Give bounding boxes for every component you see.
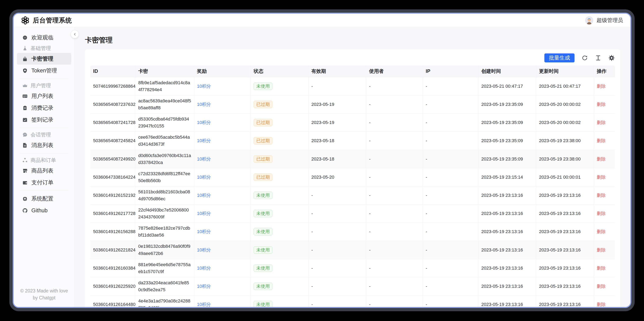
cell-reward: 10积分	[194, 186, 251, 205]
delete-link[interactable]: 删除	[597, 229, 606, 234]
cell-key: 881e96e45ee6d5e78755aeb1c5707c9f	[135, 259, 194, 277]
table-row-3: 50365654087245824cee676ed05acabc5b544ad3…	[90, 132, 615, 150]
sidebar-collapse-button[interactable]	[71, 30, 79, 38]
sidebar-item-6[interactable]: 用户列表	[17, 90, 71, 102]
cell-status: 已过期	[251, 150, 308, 168]
cell-key: d0d60cfa3e09760b43c11ad3378420ca	[135, 150, 194, 168]
reward-link[interactable]: 10积分	[197, 247, 211, 252]
delete-link[interactable]: 删除	[597, 211, 606, 216]
column-header-4: 有效期	[308, 66, 366, 77]
reward-link[interactable]: 10积分	[197, 229, 211, 234]
cell-key: da233a204eaca6041fe850c9d5e2ea75	[135, 277, 194, 295]
reward-link[interactable]: 10积分	[197, 302, 211, 307]
cell-user: -	[366, 205, 423, 223]
batch-generate-button[interactable]: 批量生成	[544, 54, 574, 62]
delete-link[interactable]: 删除	[597, 156, 606, 162]
settings-icon[interactable]	[608, 55, 615, 61]
sidebar-label: 用户管理	[30, 82, 51, 89]
table-header: ID卡密奖励状态有效期使用者IP创建时间更新时间操作	[90, 66, 615, 77]
status-badge: 已过期	[254, 101, 272, 108]
delete-link[interactable]: 删除	[597, 284, 606, 289]
sidebar-item-7[interactable]: 消费记录	[17, 102, 71, 114]
cell-key: cee676ed05acabc5b544ad3414d3673f	[135, 132, 194, 150]
table-row-0: 507461999672688648fb9e1af5adedacd914c8a4…	[90, 77, 615, 95]
cell-created: 2023-05-19 23:13:16	[478, 295, 536, 307]
cell-reward: 10积分	[194, 223, 251, 241]
delete-link[interactable]: 删除	[597, 120, 606, 125]
cell-key: 22cf4d493bc7e520068002434376009f	[135, 205, 194, 223]
cell-actions: 删除	[594, 150, 615, 168]
cell-user: -	[366, 77, 423, 95]
cell-actions: 删除	[594, 205, 615, 223]
delete-link[interactable]: 删除	[597, 193, 606, 198]
cell-valid: -	[308, 259, 366, 277]
cell-key: 4e4e3a1ad790a08c24288ff05a6409be	[135, 295, 194, 307]
delete-link[interactable]: 删除	[597, 302, 606, 307]
cell-id: 50365654087245824	[90, 132, 135, 150]
refresh-icon[interactable]	[582, 55, 588, 61]
cell-actions: 删除	[594, 186, 615, 205]
column-header-0: ID	[90, 66, 135, 77]
sidebar-divider	[20, 128, 68, 128]
status-badge: 已过期	[254, 155, 272, 163]
sitemap-icon	[22, 157, 28, 163]
table-row-9: 503601491262218240e198132cdb8476a90f0f94…	[90, 241, 615, 259]
cell-valid: -	[308, 77, 366, 95]
reward-link[interactable]: 10积分	[197, 175, 211, 180]
status-badge: 未使用	[254, 246, 272, 254]
delete-link[interactable]: 删除	[597, 175, 606, 180]
cell-id: 50360149126160384	[90, 259, 135, 277]
sidebar-label: 欢迎观临	[31, 34, 54, 41]
delete-link[interactable]: 删除	[597, 138, 606, 143]
cell-ip: -	[423, 241, 478, 259]
cell-key: 0e198132cdb8476a90f0f949aee672b6	[135, 241, 194, 259]
sidebar-nav: 欢迎观临基础管理卡密管理Token管理用户管理用户列表消费记录签到记录会话管理消…	[14, 32, 74, 284]
cell-ip: -	[423, 205, 478, 223]
reward-link[interactable]: 10积分	[197, 265, 211, 271]
desktop-background: 后台管理系统 超级管理员 欢迎观临基础管理卡密管理Token管理用户管理用户列表…	[0, 0, 644, 321]
cell-created: 2023-05-19 23:13:16	[478, 186, 536, 205]
reward-link[interactable]: 10积分	[197, 156, 211, 162]
sidebar-item-11[interactable]: 消息列表	[17, 139, 71, 151]
cell-user: -	[366, 114, 423, 132]
column-header-2: 奖励	[194, 66, 251, 77]
reward-link[interactable]: 10积分	[197, 193, 211, 198]
cell-id: 50360149126217728	[90, 205, 135, 223]
reward-link[interactable]: 10积分	[197, 211, 211, 216]
status-badge: 未使用	[254, 283, 272, 290]
shield-icon	[22, 68, 28, 73]
cell-valid: -	[308, 205, 366, 223]
reward-link[interactable]: 10积分	[197, 120, 211, 125]
page-title: 卡密管理	[85, 36, 620, 45]
sidebar-item-14[interactable]: 商品列表	[17, 165, 71, 177]
cell-updated: 2023-05-19 23:13:16	[536, 295, 594, 307]
sidebar-item-2[interactable]: 卡密管理	[17, 53, 71, 65]
sidebar-item-15[interactable]: 支付订单	[17, 177, 71, 188]
cell-id: 50365654087237632	[90, 95, 135, 114]
delete-link[interactable]: 删除	[597, 265, 606, 271]
cell-ip: -	[423, 132, 478, 150]
cell-created: 2023-05-19 23:13:16	[478, 223, 536, 241]
status-badge: 未使用	[254, 210, 272, 217]
cell-actions: 删除	[594, 95, 615, 114]
cell-user: -	[366, 168, 423, 186]
reward-link[interactable]: 10积分	[197, 284, 211, 289]
table-row-6: 5036014912615219256101bcdd8b21603cba084d…	[90, 186, 615, 205]
reward-link[interactable]: 10积分	[197, 84, 211, 89]
sidebar-item-18[interactable]: Github	[17, 205, 71, 216]
cell-id: 50746199967268864	[90, 77, 135, 95]
delete-link[interactable]: 删除	[597, 84, 606, 89]
reward-link[interactable]: 10积分	[197, 102, 211, 107]
delete-link[interactable]: 删除	[597, 102, 606, 107]
column-height-icon[interactable]	[595, 55, 602, 61]
delete-link[interactable]: 删除	[597, 247, 606, 252]
column-header-5: 使用者	[366, 66, 423, 77]
sidebar-item-0[interactable]: 欢迎观临	[17, 32, 71, 44]
user-menu-button[interactable]: 超级管理员	[585, 16, 623, 25]
sidebar-item-3[interactable]: Token管理	[17, 65, 71, 77]
cell-valid: 2023-05-18	[308, 150, 366, 168]
sidebar-item-8[interactable]: 签到记录	[17, 114, 71, 126]
sidebar-label: 签到记录	[31, 116, 54, 123]
reward-link[interactable]: 10积分	[197, 138, 211, 143]
sidebar-item-17[interactable]: 系统配置	[17, 193, 71, 205]
